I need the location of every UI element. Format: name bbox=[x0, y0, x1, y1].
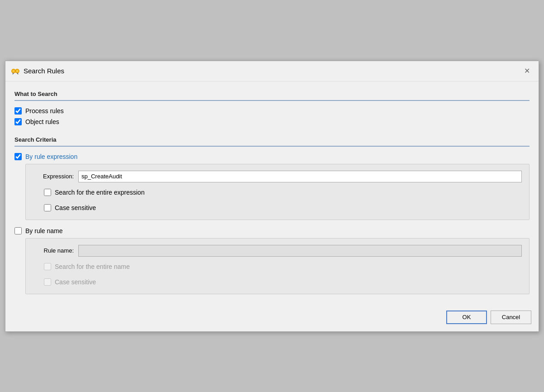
what-to-search-header: What to Search bbox=[14, 89, 530, 101]
search-rules-dialog: Search Rules ✕ What to Search Process ru… bbox=[5, 61, 539, 332]
rule-name-label: Rule name: bbox=[33, 247, 74, 254]
by-rule-name-row: By rule name bbox=[14, 225, 530, 236]
ok-button[interactable]: OK bbox=[446, 311, 487, 324]
object-rules-label[interactable]: Object rules bbox=[25, 118, 59, 125]
case-sensitive-expression-row: Case sensitive bbox=[44, 202, 522, 213]
by-rule-name-label[interactable]: By rule name bbox=[25, 227, 62, 234]
close-button[interactable]: ✕ bbox=[520, 65, 533, 77]
entire-name-label: Search for the entire name bbox=[55, 263, 130, 270]
process-rules-row: Process rules bbox=[14, 105, 530, 116]
dialog-title: Search Rules bbox=[24, 67, 64, 75]
svg-rect-2 bbox=[14, 71, 16, 72]
entire-name-row: Search for the entire name bbox=[44, 261, 522, 272]
object-rules-row: Object rules bbox=[14, 116, 530, 127]
by-rule-expression-checkbox[interactable] bbox=[14, 153, 22, 160]
case-sensitive-name-row: Case sensitive bbox=[44, 277, 522, 287]
case-sensitive-expression-label[interactable]: Case sensitive bbox=[55, 204, 96, 211]
by-rule-expression-label[interactable]: By rule expression bbox=[25, 153, 77, 160]
case-sensitive-name-label: Case sensitive bbox=[55, 278, 96, 286]
expression-label: Expression: bbox=[33, 173, 74, 180]
process-rules-checkbox[interactable] bbox=[14, 107, 22, 115]
rule-name-subsection: Rule name: Search for the entire name Ca… bbox=[25, 238, 530, 294]
by-rule-expression-row: By rule expression bbox=[14, 151, 530, 162]
entire-expression-row: Search for the entire expression bbox=[44, 187, 522, 198]
title-bar: Search Rules ✕ bbox=[5, 61, 539, 81]
what-to-search-section: What to Search Process rules Object rule… bbox=[14, 89, 530, 127]
case-sensitive-expression-checkbox[interactable] bbox=[44, 204, 51, 211]
title-bar-left: Search Rules bbox=[11, 67, 64, 76]
case-sensitive-name-checkbox[interactable] bbox=[44, 278, 51, 286]
dialog-body: What to Search Process rules Object rule… bbox=[5, 81, 539, 301]
expression-subsection: Expression: Search for the entire expres… bbox=[25, 164, 530, 220]
object-rules-checkbox[interactable] bbox=[14, 118, 22, 125]
search-criteria-header: Search Criteria bbox=[14, 134, 530, 147]
expression-input[interactable] bbox=[78, 171, 522, 182]
expression-row: Expression: bbox=[33, 171, 522, 182]
rule-name-row: Rule name: bbox=[33, 245, 522, 257]
cancel-button[interactable]: Cancel bbox=[491, 311, 531, 324]
dialog-icon bbox=[11, 67, 20, 76]
rule-name-input[interactable] bbox=[78, 245, 522, 257]
button-row: OK Cancel bbox=[5, 305, 539, 331]
entire-expression-checkbox[interactable] bbox=[44, 189, 51, 196]
search-criteria-section: Search Criteria By rule expression Expre… bbox=[14, 134, 530, 294]
by-rule-name-checkbox[interactable] bbox=[14, 227, 22, 234]
entire-name-checkbox[interactable] bbox=[44, 263, 51, 270]
process-rules-label[interactable]: Process rules bbox=[25, 107, 64, 115]
entire-expression-label[interactable]: Search for the entire expression bbox=[55, 189, 144, 196]
